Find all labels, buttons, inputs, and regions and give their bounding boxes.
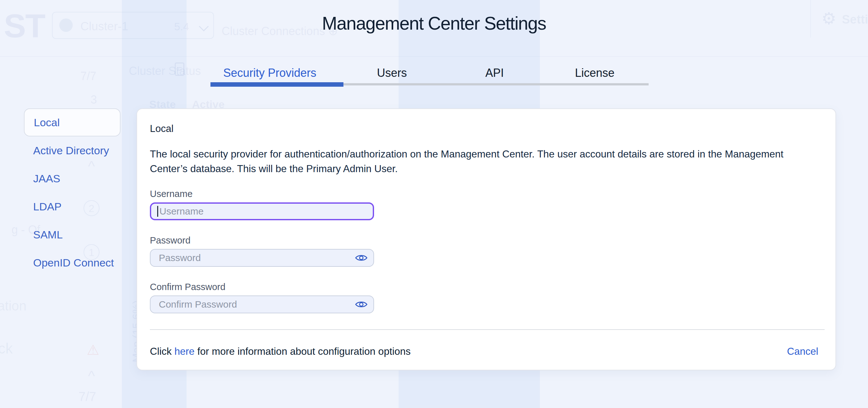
username-input[interactable] (150, 202, 374, 220)
card-footer-divider (150, 329, 825, 330)
footer-help-text: Click here for more information about co… (150, 346, 411, 357)
sidebar-item-local[interactable]: Local (24, 108, 121, 136)
confirm-password-field-wrap (150, 295, 374, 313)
card-description: The local security provider for authenti… (150, 147, 791, 176)
password-input[interactable] (150, 249, 374, 267)
background-cluster-status-label: Cluster Status (129, 64, 201, 78)
username-field-wrap (150, 202, 374, 220)
security-provider-sidebar: Local Active Directory JAAS LDAP SAML Op… (24, 108, 121, 277)
footer-help-post: for more information about configuration… (194, 346, 411, 357)
password-label: Password (150, 235, 190, 246)
sidebar-item-ldap[interactable]: LDAP (24, 192, 121, 221)
active-tab-underline (211, 82, 343, 87)
tab-api[interactable]: API (485, 66, 504, 80)
background-count-top: 7/7 (80, 69, 96, 83)
sidebar-item-active-directory[interactable]: Active Directory (24, 136, 121, 164)
card-heading: Local (150, 123, 174, 134)
chevron-up-icon: ^ (88, 367, 95, 384)
confirm-password-label: Confirm Password (150, 282, 225, 292)
sidebar-item-openid-connect[interactable]: OpenID Connect (24, 249, 121, 277)
document-icon (175, 62, 184, 76)
sidebar-item-saml[interactable]: SAML (24, 221, 121, 249)
username-label: Username (150, 189, 193, 199)
text-cursor (157, 206, 158, 217)
here-link[interactable]: here (175, 346, 194, 357)
local-provider-card: Local The local security provider for au… (136, 108, 836, 370)
confirm-password-input[interactable] (150, 295, 374, 313)
warning-triangle-icon: ⚠ (87, 342, 99, 358)
sidebar-item-jaas[interactable]: JAAS (24, 164, 121, 192)
tab-license[interactable]: License (575, 66, 615, 80)
background-count-bottom: 7/7 (79, 389, 96, 404)
background-text-fragment: ck (0, 340, 13, 357)
tab-security-providers[interactable]: Security Providers (223, 66, 316, 80)
cancel-button[interactable]: Cancel (787, 346, 818, 357)
eye-icon[interactable] (355, 253, 368, 262)
password-field-wrap (150, 249, 374, 267)
background-text-fragment: ation (0, 299, 27, 314)
management-center-settings-screen: ST Cluster-1 5.4 Cluster Connections ⊕ ⚙… (0, 0, 868, 408)
footer-help-pre: Click (150, 346, 175, 357)
background-count-mid: 3 (91, 93, 97, 106)
tab-users[interactable]: Users (377, 66, 407, 80)
background-header-divider (0, 56, 868, 57)
tab-track-line (343, 83, 649, 86)
eye-icon[interactable] (355, 300, 368, 309)
page-title: Management Center Settings (0, 13, 868, 34)
